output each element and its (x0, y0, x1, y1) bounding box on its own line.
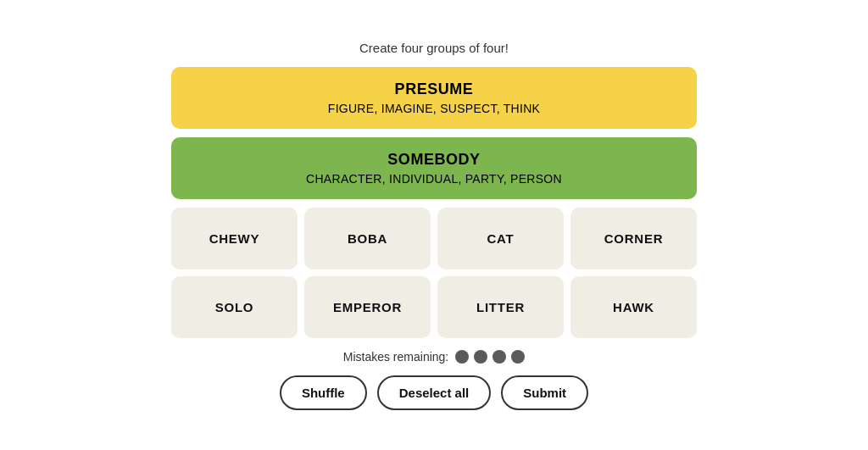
group-words-somebody: CHARACTER, INDIVIDUAL, PARTY, PERSON (188, 172, 680, 186)
dot-4 (511, 350, 525, 364)
group-title-presume: PRESUME (188, 81, 680, 98)
group-words-presume: FIGURE, IMAGINE, SUSPECT, THINK (188, 102, 680, 115)
word-card[interactable]: LITTER (437, 276, 564, 338)
buttons-row: Shuffle Deselect all Submit (280, 375, 588, 410)
word-card[interactable]: HAWK (570, 276, 697, 338)
word-card[interactable]: SOLO (171, 276, 298, 338)
word-card[interactable]: EMPEROR (304, 276, 431, 338)
word-card[interactable]: CAT (437, 208, 564, 269)
dot-2 (474, 350, 487, 364)
word-card[interactable]: CORNER (570, 208, 697, 269)
game-container: Create four groups of four! PRESUME FIGU… (171, 41, 697, 410)
dot-3 (492, 350, 506, 364)
deselect-button[interactable]: Deselect all (377, 375, 492, 410)
shuffle-button[interactable]: Shuffle (280, 375, 367, 410)
group-card-presume: PRESUME FIGURE, IMAGINE, SUSPECT, THINK (171, 67, 697, 129)
group-title-somebody: SOMEBODY (188, 151, 680, 169)
word-grid: CHEWYBOBACATCORNERSOLOEMPERORLITTERHAWK (171, 208, 697, 338)
mistakes-row: Mistakes remaining: (343, 350, 526, 364)
submit-button[interactable]: Submit (501, 375, 588, 410)
word-card[interactable]: CHEWY (171, 208, 298, 269)
mistake-dots (455, 350, 525, 364)
mistakes-label: Mistakes remaining: (343, 350, 449, 364)
word-card[interactable]: BOBA (304, 208, 431, 269)
dot-1 (455, 350, 469, 364)
group-card-somebody: SOMEBODY CHARACTER, INDIVIDUAL, PARTY, P… (171, 137, 697, 199)
subtitle: Create four groups of four! (359, 41, 509, 55)
